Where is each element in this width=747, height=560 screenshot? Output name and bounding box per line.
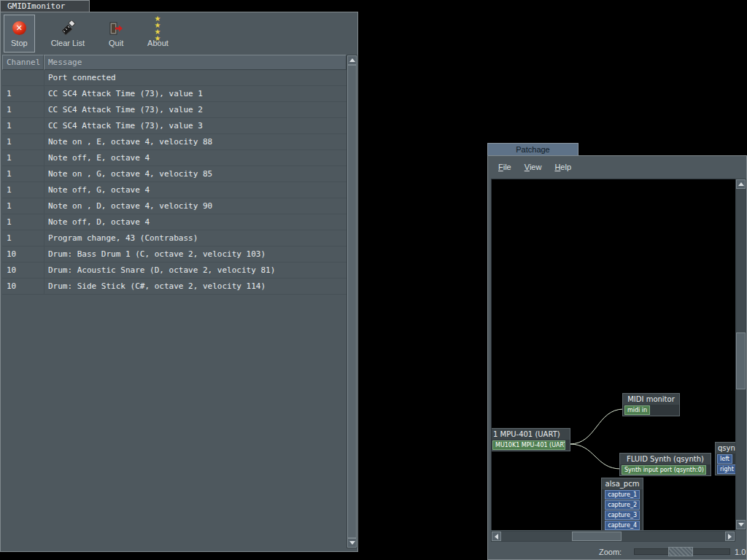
cell-message: Drum: Bass Drum 1 (C, octave 2, velocity… [44, 246, 347, 262]
scrollbar-thumb[interactable] [572, 532, 622, 541]
node-alsa-pcm[interactable]: alsa_pcmcapture_1capture_2capture_3captu… [601, 478, 643, 530]
table-row[interactable]: 1Note on , D, octave 4, velocity 90 [2, 198, 347, 214]
list-vertical-scrollbar[interactable] [347, 55, 357, 548]
stop-button[interactable]: ✕ Stop [4, 15, 35, 52]
port-capture-3[interactable]: capture_3 [605, 510, 640, 520]
message-list: Port connected1CC SC4 Attack Time (73), … [2, 70, 347, 548]
table-row[interactable]: 1Note off, D, octave 4 [2, 214, 347, 230]
node-title: alsa_pcm [602, 478, 643, 489]
table-row[interactable]: Port connected [2, 70, 347, 86]
about-button[interactable]: ★ ★★ ★ About [140, 15, 176, 52]
zoom-value: 1.0 [735, 548, 746, 556]
cell-channel: 1 [2, 230, 44, 246]
scroll-down-icon[interactable] [347, 538, 357, 548]
clear-list-button-label: Clear List [51, 39, 85, 47]
cell-channel: 10 [2, 279, 44, 294]
stop-button-label: Stop [11, 39, 28, 47]
zoom-slider-handle[interactable] [668, 547, 693, 556]
table-row[interactable]: 10Drum: Acoustic Snare (D, octave 2, vel… [2, 262, 347, 279]
port-mu10k1-mpu-401-uart-[interactable]: MU10K1 MPU-401 (UART) [492, 440, 565, 450]
cell-channel: 1 [2, 150, 44, 166]
canvas-horizontal-scrollbar[interactable] [491, 531, 735, 542]
cell-channel: 1 [2, 134, 44, 149]
cell-channel: 1 [2, 166, 44, 182]
node-title: qsynth [716, 443, 735, 454]
canvas-vertical-scrollbar[interactable] [735, 179, 746, 530]
table-row[interactable]: 1CC SC4 Attack Time (73), value 1 [2, 86, 347, 102]
table-header: Channel Message [2, 55, 347, 70]
cell-message: CC SC4 Attack Time (73), value 2 [44, 102, 347, 117]
patchage-menubar: FileViewHelp [489, 158, 745, 176]
port-midi-in[interactable]: midi in [624, 405, 650, 415]
node-fluid-synth[interactable]: FLUID Synth (qsynth)Synth input port (qs… [619, 453, 711, 476]
table-row[interactable]: 10Drum: Side Stick (C#, octave 2, veloci… [2, 279, 347, 295]
table-row[interactable]: 10Drum: Bass Drum 1 (C, octave 2, veloci… [2, 246, 347, 262]
menu-file[interactable]: File [498, 163, 511, 171]
scroll-down-icon[interactable] [736, 520, 746, 529]
scrollbar-thumb[interactable] [347, 65, 357, 538]
scroll-up-icon[interactable] [347, 55, 357, 65]
stars-icon: ★ ★★ ★ [150, 20, 166, 36]
cell-channel: 10 [2, 246, 44, 262]
table-row[interactable]: 1Note off, G, octave 4 [2, 182, 347, 198]
quit-icon [108, 20, 124, 36]
zoom-label: Zoom: [599, 548, 622, 556]
zoom-slider[interactable] [634, 548, 730, 555]
scroll-right-icon[interactable] [725, 532, 735, 541]
cell-channel: 1 [2, 214, 44, 230]
scroll-up-icon[interactable] [736, 179, 746, 189]
cell-channel: 1 [2, 198, 44, 214]
table-row[interactable]: 1Note off, E, octave 4 [2, 150, 347, 166]
cell-channel [2, 70, 44, 85]
desktop: GMIDImonitor ✕ Stop Clear List [0, 0, 747, 560]
cell-message: Drum: Side Stick (C#, octave 2, velocity… [44, 279, 347, 294]
scrollbar-thumb[interactable] [736, 332, 746, 389]
menu-help[interactable]: Help [554, 163, 571, 171]
scroll-left-icon[interactable] [492, 532, 501, 541]
cell-message: CC SC4 Attack Time (73), value 3 [44, 118, 347, 133]
cell-message: Note on , D, octave 4, velocity 90 [44, 198, 347, 214]
brush-icon [60, 20, 76, 36]
node-title: FLUID Synth (qsynth) [620, 454, 711, 464]
quit-button-label: Quit [109, 39, 123, 47]
port-synth-input-port-qsynth-0-[interactable]: Synth input port (qsynth:0) [622, 465, 706, 475]
clear-list-button[interactable]: Clear List [44, 15, 92, 52]
column-header-channel[interactable]: Channel [2, 55, 44, 70]
cell-channel: 1 [2, 182, 44, 198]
port-capture-2[interactable]: capture_2 [605, 500, 640, 510]
quit-button[interactable]: Quit [101, 15, 131, 52]
cell-channel: 10 [2, 262, 44, 278]
table-row[interactable]: 1Note on , E, octave 4, velocity 88 [2, 134, 347, 150]
table-row[interactable]: 1Program change, 43 (Contrabass) [2, 230, 347, 246]
cell-channel: 1 [2, 102, 44, 117]
patch-canvas[interactable]: 1 MPU-401 (UART)MU10K1 MPU-401 (UART)MID… [491, 179, 735, 530]
node-qsynth[interactable]: qsynthleftright [715, 442, 735, 475]
cell-message: Port connected [44, 70, 347, 85]
cell-message: Note on , E, octave 4, velocity 88 [44, 134, 347, 149]
port-right[interactable]: right [717, 464, 735, 474]
menu-view[interactable]: View [525, 163, 542, 171]
node-midi-monitor[interactable]: MIDI monitormidi in [622, 393, 680, 416]
port-left[interactable]: left [717, 454, 732, 464]
cell-message: Drum: Acoustic Snare (D, octave 2, veloc… [44, 262, 347, 278]
table-row[interactable]: 1CC SC4 Attack Time (73), value 2 [2, 102, 347, 118]
port-capture-1[interactable]: capture_1 [605, 490, 640, 499]
port-capture-4[interactable]: capture_4 [605, 521, 640, 530]
table-row[interactable]: 1CC SC4 Attack Time (73), value 3 [2, 118, 347, 134]
cell-channel: 1 [2, 118, 44, 133]
patchage-window: FileViewHelp 1 MPU-401 (UART)MU10K1 MPU-… [487, 155, 747, 560]
patchage-statusbar: Zoom: 1.0 [489, 545, 745, 559]
column-header-message[interactable]: Message [44, 55, 347, 70]
cell-message: Note off, G, octave 4 [44, 182, 347, 198]
node-mpu401[interactable]: 1 MPU-401 (UART)MU10K1 MPU-401 (UART) [491, 428, 570, 451]
gmidimonitor-title-tab[interactable]: GMIDImonitor [0, 0, 90, 12]
cell-message: CC SC4 Attack Time (73), value 1 [44, 86, 347, 101]
table-row[interactable]: 1Note on , G, octave 4, velocity 85 [2, 166, 347, 182]
gmidimonitor-window: ✕ Stop Clear List [0, 12, 358, 552]
about-button-label: About [147, 39, 169, 47]
node-title: MIDI monitor [623, 394, 679, 405]
node-title: 1 MPU-401 (UART) [491, 429, 570, 440]
patchage-title-tab[interactable]: Patchage [487, 143, 578, 156]
cell-message: Note on , G, octave 4, velocity 85 [44, 166, 347, 182]
cell-message: Note off, E, octave 4 [44, 150, 347, 166]
